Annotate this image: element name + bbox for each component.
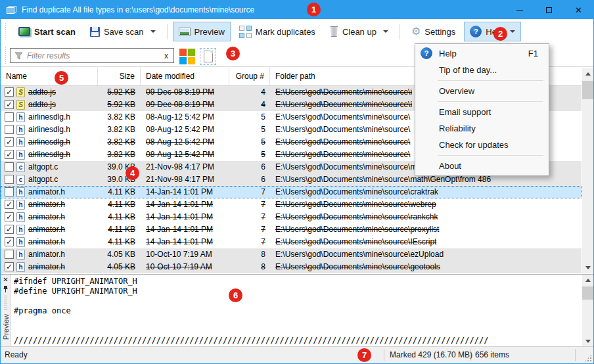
scroll-up-button[interactable]	[582, 275, 593, 286]
row-checkbox[interactable]: ✓	[5, 137, 14, 147]
group-number: 5	[229, 124, 265, 136]
clean-up-dropdown-arrow-icon[interactable]	[383, 30, 388, 33]
menu-item-email-support[interactable]: Email support	[415, 104, 549, 120]
clean-up-button[interactable]: Clean up	[324, 22, 394, 41]
help-icon: ?	[421, 47, 432, 59]
folder-path: E:\Users\god\Documents\mine\source\crakt…	[275, 186, 580, 198]
row-checkbox[interactable]: ✓	[5, 225, 14, 234]
filter-bar-gripper[interactable]	[5, 47, 7, 64]
filter-input[interactable]	[27, 51, 163, 60]
preview-code: #ifndef UPRIGHT_ANIMATOR_H#define UPRIGH…	[14, 277, 580, 347]
table-row[interactable]: hanimator.h4.05 KB10-Oct-10 7:19 AM8E:\U…	[1, 248, 582, 261]
menu-item-label: Help	[439, 49, 457, 58]
scroll-up-button[interactable]	[582, 68, 593, 80]
start-scan-button[interactable]: Start scan	[12, 22, 81, 41]
table-row[interactable]: hanimator.h4.11 KB14-Jan-14 1:01 PM7E:\U…	[1, 186, 582, 198]
folder-path: E:\Users\god\Documents\mine\source\IEscr…	[275, 236, 580, 248]
scrollbar-thumb[interactable]	[582, 81, 593, 99]
h-file-icon: h	[16, 150, 25, 160]
settings-button[interactable]: ⚙ Settings	[405, 22, 461, 41]
scroll-down-button[interactable]	[582, 262, 593, 273]
color-groups-icon[interactable]	[179, 49, 195, 64]
group-number: 5	[229, 111, 265, 124]
menu-item-reliability[interactable]: Reliability	[415, 120, 549, 137]
menu-shortcut: F1	[528, 45, 538, 62]
code-line: #pragma once	[14, 306, 580, 316]
status-separator	[575, 349, 576, 361]
maximize-button[interactable]	[534, 1, 564, 19]
h-file-icon: h	[16, 125, 25, 135]
c-file-icon: c	[16, 162, 25, 172]
row-checkbox[interactable]: ✓	[5, 100, 14, 109]
table-row[interactable]: ✓hanimator.h4.11 KB14-Jan-14 1:01 PM7E:\…	[1, 236, 582, 248]
app-window: Find duplicate All file types in e:\user…	[0, 0, 594, 364]
preview-pane-label: Preview	[2, 314, 10, 340]
js-file-icon: S	[16, 87, 25, 97]
preview-toggle-button[interactable]: Preview	[173, 22, 231, 41]
menu-item-about[interactable]: About	[415, 158, 549, 174]
menu-item-label: Tip of the day...	[439, 65, 497, 75]
code-line	[14, 296, 580, 306]
save-scan-label: Save scan	[104, 27, 144, 37]
row-checkbox[interactable]: ✓	[5, 200, 14, 209]
code-line	[14, 316, 580, 326]
table-scrollbar[interactable]	[582, 68, 593, 273]
preview-close-icon[interactable]: ✕	[3, 276, 8, 284]
filter-clear-button[interactable]: x	[163, 51, 170, 60]
filter-funnel-icon	[14, 52, 23, 60]
row-checkbox[interactable]: ✓	[5, 262, 14, 271]
menu-item-tip-of-the-day[interactable]: Tip of the day...	[415, 62, 549, 78]
folder-path: E:\Users\god\Documents\mine\source\rankc…	[275, 211, 580, 223]
column-header-group[interactable]: Group #	[229, 67, 270, 85]
preview-grip-dots[interactable]	[4, 296, 7, 310]
status-bar: Ready Marked 429 (16.70 MB) 656 items	[1, 346, 593, 363]
row-checkbox[interactable]	[5, 162, 14, 171]
table-row[interactable]: ✓hanimator.h4.11 KB14-Jan-14 1:01 PM7E:\…	[1, 223, 582, 236]
save-scan-button[interactable]: Save scan	[84, 22, 162, 41]
annotation-3: 3	[226, 47, 240, 60]
scroll-down-button[interactable]	[582, 336, 593, 347]
menu-item-label: Email support	[439, 107, 491, 117]
row-checkbox[interactable]: ✓	[5, 237, 14, 246]
row-checkbox[interactable]	[5, 175, 14, 184]
save-scan-dropdown-arrow-icon[interactable]	[150, 30, 156, 33]
column-header-name[interactable]: Name	[1, 67, 98, 85]
row-checkbox[interactable]	[5, 250, 14, 259]
close-button[interactable]: ✕	[564, 1, 593, 19]
file-date: 08-Aug-12 5:42 PM	[146, 124, 228, 136]
table-row[interactable]: ✓hanimator.h4.11 KB14-Jan-14 1:01 PM7E:\…	[1, 198, 582, 211]
file-name: addto.js	[28, 86, 97, 99]
h-file-icon: h	[16, 137, 25, 147]
table-row[interactable]: ✓hanimator.h4.11 KB14-Jan-14 1:01 PM7E:\…	[1, 211, 582, 223]
row-checkbox[interactable]: ✓	[5, 150, 14, 159]
menu-item-overview[interactable]: Overview	[415, 83, 549, 99]
scrollbar-thumb[interactable]	[582, 286, 593, 300]
column-header-date-modified[interactable]: Date modified	[141, 67, 229, 85]
menu-item-check-for-updates[interactable]: Check for updates	[415, 137, 549, 153]
new-page-icon[interactable]	[200, 48, 216, 65]
status-ready: Ready	[5, 350, 28, 359]
row-checkbox[interactable]	[5, 187, 14, 196]
help-button[interactable]: ? Help	[464, 22, 521, 41]
column-header-size[interactable]: Size	[98, 67, 141, 85]
file-date: 09-Dec-08 8:19 PM	[146, 86, 228, 99]
minimize-button[interactable]	[505, 1, 534, 19]
help-dropdown-arrow-icon[interactable]	[510, 30, 515, 33]
table-row[interactable]: ✓hanimator.h4.05 KB10-Oct-10 7:19 AM8E:\…	[1, 261, 582, 273]
pushpin-icon[interactable]	[3, 285, 9, 293]
file-name: altgopt.c	[28, 161, 97, 173]
toolbar-gripper[interactable]	[5, 23, 7, 40]
window-title: Find duplicate All file types in e:\user…	[22, 5, 254, 14]
resize-grip[interactable]	[584, 354, 592, 362]
file-name: airlinesdlg.h	[28, 148, 97, 161]
row-checkbox[interactable]	[5, 112, 14, 122]
row-checkbox[interactable]	[5, 125, 14, 134]
mark-duplicates-button[interactable]: Mark duplicates	[233, 22, 321, 41]
menu-item-help[interactable]: ?HelpF1	[415, 45, 549, 62]
annotation-1: 1	[307, 3, 321, 16]
menu-item-label: Check for updates	[439, 140, 509, 150]
row-checkbox[interactable]: ✓	[5, 212, 14, 221]
preview-scrollbar[interactable]	[582, 275, 593, 347]
row-checkbox[interactable]: ✓	[5, 87, 14, 97]
file-date: 10-Oct-10 7:19 AM	[146, 261, 228, 273]
